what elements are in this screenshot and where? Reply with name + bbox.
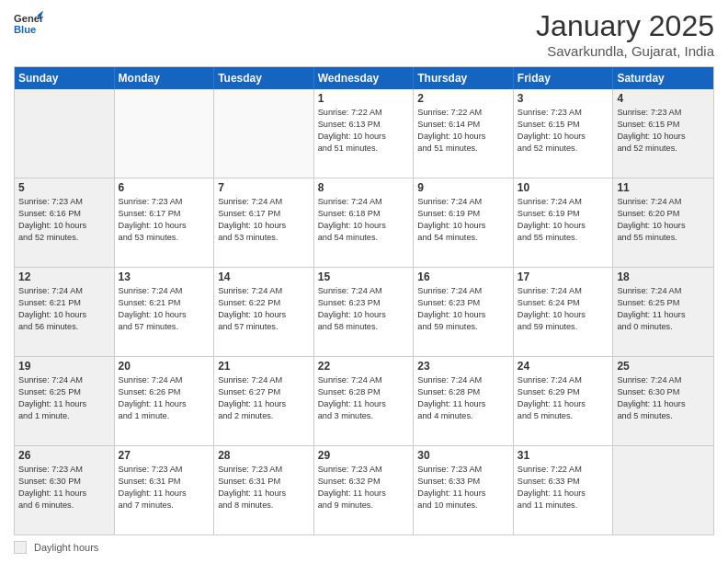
day-info-31: Sunrise: 7:22 AMSunset: 6:33 PMDaylight:…	[518, 464, 609, 511]
day-15: 15Sunrise: 7:24 AMSunset: 6:23 PMDayligh…	[314, 268, 415, 356]
day-info-17: Sunrise: 7:24 AMSunset: 6:24 PMDaylight:…	[518, 285, 609, 333]
day-13: 13Sunrise: 7:24 AMSunset: 6:21 PMDayligh…	[115, 268, 215, 356]
day-info-21: Sunrise: 7:24 AMSunset: 6:27 PMDaylight:…	[218, 374, 310, 422]
day-14: 14Sunrise: 7:24 AMSunset: 6:22 PMDayligh…	[214, 268, 314, 356]
day-number-25: 25	[617, 360, 710, 373]
header-monday: Monday	[115, 67, 215, 89]
legend: Daylight hours	[14, 541, 714, 554]
calendar-body: 1Sunrise: 7:22 AMSunset: 6:13 PMDaylight…	[15, 89, 713, 534]
day-info-7: Sunrise: 7:24 AMSunset: 6:17 PMDaylight:…	[218, 196, 310, 244]
day-number-10: 10	[518, 181, 609, 194]
week-3: 12Sunrise: 7:24 AMSunset: 6:21 PMDayligh…	[15, 268, 713, 357]
day-info-20: Sunrise: 7:24 AMSunset: 6:26 PMDaylight:…	[119, 374, 210, 422]
header-wednesday: Wednesday	[314, 67, 415, 89]
day-info-23: Sunrise: 7:24 AMSunset: 6:28 PMDaylight:…	[417, 374, 509, 422]
day-info-9: Sunrise: 7:24 AMSunset: 6:19 PMDaylight:…	[417, 196, 509, 244]
day-number-27: 27	[119, 449, 210, 462]
header-saturday: Saturday	[613, 67, 713, 89]
day-16: 16Sunrise: 7:24 AMSunset: 6:23 PMDayligh…	[414, 268, 514, 356]
day-21: 21Sunrise: 7:24 AMSunset: 6:27 PMDayligh…	[214, 357, 314, 445]
day-number-19: 19	[18, 360, 110, 373]
day-26: 26Sunrise: 7:23 AMSunset: 6:30 PMDayligh…	[15, 446, 115, 534]
header-tuesday: Tuesday	[214, 67, 314, 89]
legend-label: Daylight hours	[34, 542, 98, 553]
day-info-26: Sunrise: 7:23 AMSunset: 6:30 PMDaylight:…	[18, 464, 110, 511]
calendar-header-row: SundayMondayTuesdayWednesdayThursdayFrid…	[15, 67, 713, 89]
day-number-9: 9	[417, 181, 509, 194]
day-number-15: 15	[318, 270, 410, 283]
day-info-14: Sunrise: 7:24 AMSunset: 6:22 PMDaylight:…	[218, 285, 310, 333]
day-number-28: 28	[218, 449, 310, 462]
calendar: SundayMondayTuesdayWednesdayThursdayFrid…	[14, 66, 714, 535]
title-block: January 2025 Savarkundla, Gujarat, India	[536, 9, 714, 59]
day-number-6: 6	[119, 181, 210, 194]
day-31: 31Sunrise: 7:22 AMSunset: 6:33 PMDayligh…	[514, 446, 614, 534]
day-info-24: Sunrise: 7:24 AMSunset: 6:29 PMDaylight:…	[518, 374, 609, 422]
day-4: 4Sunrise: 7:23 AMSunset: 6:15 PMDaylight…	[613, 89, 713, 178]
week-2: 5Sunrise: 7:23 AMSunset: 6:16 PMDaylight…	[15, 178, 713, 268]
day-info-10: Sunrise: 7:24 AMSunset: 6:19 PMDaylight:…	[518, 196, 609, 244]
day-info-2: Sunrise: 7:22 AMSunset: 6:14 PMDaylight:…	[417, 107, 509, 155]
week-4: 19Sunrise: 7:24 AMSunset: 6:25 PMDayligh…	[15, 357, 713, 446]
day-18: 18Sunrise: 7:24 AMSunset: 6:25 PMDayligh…	[613, 268, 713, 356]
day-5: 5Sunrise: 7:23 AMSunset: 6:16 PMDaylight…	[15, 178, 115, 267]
day-info-15: Sunrise: 7:24 AMSunset: 6:23 PMDaylight:…	[318, 285, 410, 333]
day-number-26: 26	[18, 449, 110, 462]
day-info-16: Sunrise: 7:24 AMSunset: 6:23 PMDaylight:…	[417, 285, 509, 333]
day-number-12: 12	[18, 270, 110, 283]
day-number-8: 8	[318, 181, 410, 194]
day-24: 24Sunrise: 7:24 AMSunset: 6:29 PMDayligh…	[514, 357, 614, 445]
day-number-30: 30	[417, 449, 509, 462]
day-8: 8Sunrise: 7:24 AMSunset: 6:18 PMDaylight…	[314, 178, 415, 267]
day-number-4: 4	[617, 92, 710, 105]
day-info-25: Sunrise: 7:24 AMSunset: 6:30 PMDaylight:…	[617, 374, 710, 422]
day-11: 11Sunrise: 7:24 AMSunset: 6:20 PMDayligh…	[613, 178, 713, 267]
week-5: 26Sunrise: 7:23 AMSunset: 6:30 PMDayligh…	[15, 446, 713, 534]
day-29: 29Sunrise: 7:23 AMSunset: 6:32 PMDayligh…	[314, 446, 415, 534]
empty-cell	[214, 89, 314, 178]
day-number-14: 14	[218, 270, 310, 283]
day-6: 6Sunrise: 7:23 AMSunset: 6:17 PMDaylight…	[115, 178, 215, 267]
day-number-21: 21	[218, 360, 310, 373]
day-info-6: Sunrise: 7:23 AMSunset: 6:17 PMDaylight:…	[119, 196, 210, 244]
header-friday: Friday	[514, 67, 614, 89]
legend-box	[14, 541, 27, 554]
svg-text:Blue: Blue	[14, 24, 36, 35]
day-10: 10Sunrise: 7:24 AMSunset: 6:19 PMDayligh…	[514, 178, 614, 267]
day-number-5: 5	[18, 181, 110, 194]
header-thursday: Thursday	[414, 67, 514, 89]
day-9: 9Sunrise: 7:24 AMSunset: 6:19 PMDaylight…	[414, 178, 514, 267]
header-sunday: Sunday	[15, 67, 115, 89]
day-info-1: Sunrise: 7:22 AMSunset: 6:13 PMDaylight:…	[318, 107, 410, 155]
day-info-19: Sunrise: 7:24 AMSunset: 6:25 PMDaylight:…	[18, 374, 110, 422]
day-info-11: Sunrise: 7:24 AMSunset: 6:20 PMDaylight:…	[617, 196, 710, 244]
day-12: 12Sunrise: 7:24 AMSunset: 6:21 PMDayligh…	[15, 268, 115, 356]
header: General Blue January 2025 Savarkundla, G…	[14, 9, 714, 59]
day-info-12: Sunrise: 7:24 AMSunset: 6:21 PMDaylight:…	[18, 285, 110, 333]
empty-cell	[115, 89, 215, 178]
day-1: 1Sunrise: 7:22 AMSunset: 6:13 PMDaylight…	[314, 89, 415, 178]
week-1: 1Sunrise: 7:22 AMSunset: 6:13 PMDaylight…	[15, 89, 713, 178]
day-info-5: Sunrise: 7:23 AMSunset: 6:16 PMDaylight:…	[18, 196, 110, 244]
calendar-title: January 2025	[536, 9, 714, 43]
empty-cell	[613, 446, 713, 534]
day-number-23: 23	[417, 360, 509, 373]
empty-cell	[15, 89, 115, 178]
day-info-4: Sunrise: 7:23 AMSunset: 6:15 PMDaylight:…	[617, 107, 710, 155]
page: General Blue January 2025 Savarkundla, G…	[0, 0, 728, 563]
day-number-22: 22	[318, 360, 410, 373]
day-number-17: 17	[518, 270, 609, 283]
day-30: 30Sunrise: 7:23 AMSunset: 6:33 PMDayligh…	[414, 446, 514, 534]
day-number-1: 1	[318, 92, 410, 105]
day-number-16: 16	[417, 270, 509, 283]
day-number-7: 7	[218, 181, 310, 194]
logo: General Blue	[14, 9, 43, 39]
day-number-11: 11	[617, 181, 710, 194]
day-number-20: 20	[119, 360, 210, 373]
day-3: 3Sunrise: 7:23 AMSunset: 6:15 PMDaylight…	[514, 89, 614, 178]
day-info-8: Sunrise: 7:24 AMSunset: 6:18 PMDaylight:…	[318, 196, 410, 244]
day-info-27: Sunrise: 7:23 AMSunset: 6:31 PMDaylight:…	[119, 464, 210, 511]
day-number-31: 31	[518, 449, 609, 462]
day-number-3: 3	[518, 92, 609, 105]
day-info-3: Sunrise: 7:23 AMSunset: 6:15 PMDaylight:…	[518, 107, 609, 155]
